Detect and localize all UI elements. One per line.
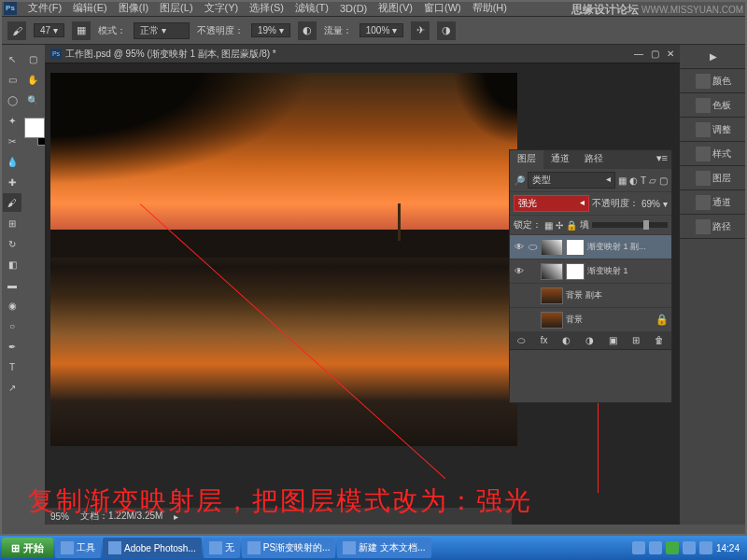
pressure-size-icon[interactable]: ◑ bbox=[437, 21, 456, 40]
brush-tool-icon[interactable]: 🖌 bbox=[7, 21, 26, 40]
link-icon[interactable]: ⬭ bbox=[529, 241, 538, 253]
gradient-tool-icon[interactable]: ▬ bbox=[3, 275, 21, 294]
channels-panel-button[interactable]: 通道 bbox=[680, 190, 747, 215]
color-panel-button[interactable]: 颜色 bbox=[680, 69, 747, 93]
delete-layer-icon[interactable]: 🗑 bbox=[655, 335, 664, 346]
blend-mode-dropdown[interactable]: 强光◂ bbox=[514, 195, 589, 212]
minimize-doc-icon[interactable]: — bbox=[634, 49, 643, 59]
layer-item[interactable]: 👁 ⬭ 渐变映射 1 副... bbox=[510, 235, 671, 259]
lock-all-icon[interactable]: 🔒 bbox=[566, 220, 577, 231]
playback-icon[interactable]: ▶ bbox=[680, 45, 747, 69]
menu-help[interactable]: 帮助(H) bbox=[467, 0, 513, 17]
mask-thumbnail[interactable] bbox=[566, 239, 585, 256]
menu-3d[interactable]: 3D(D) bbox=[334, 1, 373, 16]
network-icon[interactable] bbox=[699, 541, 712, 554]
group-icon[interactable]: ▣ bbox=[609, 335, 617, 346]
menu-layer[interactable]: 图层(L) bbox=[154, 0, 198, 17]
layer-name[interactable]: 背景 bbox=[566, 314, 653, 326]
path-tool-icon[interactable]: ↗ bbox=[3, 378, 21, 397]
layer-item[interactable]: 背景 副本 bbox=[510, 284, 671, 308]
blur-tool-icon[interactable]: ◉ bbox=[3, 296, 21, 315]
layer-thumbnail[interactable] bbox=[541, 263, 563, 280]
adjustment-icon[interactable]: ◑ bbox=[585, 335, 594, 346]
eyedropper-tool-icon[interactable]: 💧 bbox=[3, 152, 21, 171]
menu-type[interactable]: 文字(Y) bbox=[199, 0, 245, 17]
shape-tool-icon[interactable]: ▢ bbox=[23, 49, 42, 68]
canvas-image[interactable] bbox=[50, 73, 517, 446]
styles-panel-button[interactable]: 样式 bbox=[680, 142, 747, 166]
layer-thumbnail[interactable] bbox=[541, 287, 563, 304]
filter-smart-icon[interactable]: ▢ bbox=[659, 175, 668, 186]
tab-paths[interactable]: 路径 bbox=[577, 150, 611, 169]
stamp-tool-icon[interactable]: ⊞ bbox=[3, 214, 21, 232]
heal-tool-icon[interactable]: ✚ bbox=[3, 173, 21, 191]
menu-select[interactable]: 选择(S) bbox=[244, 0, 289, 17]
flow-value[interactable]: 100% ▾ bbox=[359, 23, 403, 37]
lasso-tool-icon[interactable]: ◯ bbox=[3, 91, 21, 109]
filter-pixel-icon[interactable]: ▦ bbox=[618, 175, 627, 186]
layer-name[interactable]: 渐变映射 1 副... bbox=[587, 241, 669, 253]
airbrush-icon[interactable]: ✈ bbox=[411, 21, 430, 40]
layer-thumbnail[interactable] bbox=[541, 312, 563, 329]
menu-filter[interactable]: 滤镜(T) bbox=[289, 0, 334, 17]
layer-name[interactable]: 渐变映射 1 bbox=[587, 265, 669, 277]
blend-mode-select[interactable]: 正常 ▾ bbox=[134, 22, 190, 39]
filter-type-select[interactable]: 类型◂ bbox=[528, 172, 615, 189]
tray-icon[interactable] bbox=[666, 541, 679, 554]
filter-adjust-icon[interactable]: ◐ bbox=[629, 175, 638, 186]
brush-size[interactable]: 47 ▾ bbox=[34, 23, 64, 37]
link-layers-icon[interactable]: ⬭ bbox=[517, 335, 526, 346]
mask-thumbnail[interactable] bbox=[566, 263, 585, 280]
visibility-toggle-icon[interactable]: 👁 bbox=[513, 266, 526, 276]
hand-tool-icon[interactable]: ✋ bbox=[23, 70, 42, 89]
brush-panel-icon[interactable]: ▦ bbox=[72, 21, 91, 40]
start-button[interactable]: ⊞开始 bbox=[2, 538, 53, 558]
tray-icon[interactable] bbox=[632, 541, 645, 554]
wand-tool-icon[interactable]: ✦ bbox=[3, 111, 21, 130]
search-icon[interactable]: 🔎 bbox=[514, 175, 525, 186]
tray-icon[interactable] bbox=[649, 541, 662, 554]
tab-channels[interactable]: 通道 bbox=[543, 150, 577, 169]
layer-item[interactable]: 👁 渐变映射 1 bbox=[510, 259, 671, 284]
menu-image[interactable]: 图像(I) bbox=[113, 0, 154, 17]
menu-view[interactable]: 视图(V) bbox=[373, 0, 418, 17]
history-brush-icon[interactable]: ↻ bbox=[3, 234, 21, 253]
lock-pixels-icon[interactable]: ▦ bbox=[544, 220, 553, 231]
tab-layers[interactable]: 图层 bbox=[510, 150, 543, 169]
adjust-panel-button[interactable]: 调整 bbox=[680, 118, 747, 142]
menu-edit[interactable]: 编辑(E) bbox=[67, 0, 113, 17]
eraser-tool-icon[interactable]: ◧ bbox=[3, 255, 21, 273]
taskbar-item[interactable]: PS渐变映射的... bbox=[242, 538, 336, 558]
filter-type-icon[interactable]: T bbox=[641, 175, 646, 186]
lock-position-icon[interactable]: ✢ bbox=[556, 220, 563, 231]
fg-color-swatch[interactable] bbox=[24, 118, 45, 138]
opacity-value[interactable]: 19% ▾ bbox=[251, 23, 290, 37]
volume-icon[interactable] bbox=[683, 541, 696, 554]
clock[interactable]: 14:24 bbox=[716, 543, 740, 553]
taskbar-item[interactable]: Adobe Photosh... bbox=[103, 538, 202, 558]
brush-tool-icon[interactable]: 🖌 bbox=[3, 193, 21, 212]
menu-file[interactable]: 文件(F) bbox=[22, 0, 67, 17]
type-tool-icon[interactable]: T bbox=[3, 357, 21, 376]
document-tab[interactable]: Ps 工作图.psd @ 95% (渐变映射 1 副本, 图层蒙版/8) * —… bbox=[45, 45, 680, 63]
panel-menu-icon[interactable]: ▾≡ bbox=[653, 150, 671, 169]
layer-item[interactable]: 背景 🔒 bbox=[510, 308, 671, 332]
new-layer-icon[interactable]: ⊞ bbox=[632, 335, 640, 346]
taskbar-item[interactable]: 工具 bbox=[55, 538, 101, 558]
pen-tool-icon[interactable]: ✒ bbox=[3, 337, 21, 356]
filter-shape-icon[interactable]: ▱ bbox=[649, 175, 656, 186]
layer-name[interactable]: 背景 副本 bbox=[566, 289, 669, 301]
marquee-tool-icon[interactable]: ▭ bbox=[3, 70, 21, 89]
fill-slider[interactable] bbox=[592, 222, 668, 228]
layer-opacity-value[interactable]: 69% bbox=[641, 199, 660, 209]
menu-window[interactable]: 窗口(W) bbox=[418, 0, 467, 17]
zoom-tool-icon[interactable]: 🔍 bbox=[23, 91, 42, 109]
swatches-panel-button[interactable]: 色板 bbox=[680, 93, 747, 118]
fx-icon[interactable]: fx bbox=[541, 335, 548, 346]
maximize-doc-icon[interactable]: ▢ bbox=[651, 49, 659, 59]
taskbar-item[interactable]: 新建 文本文档... bbox=[337, 538, 430, 558]
paths-panel-button[interactable]: 路径 bbox=[680, 215, 747, 239]
layers-panel-button[interactable]: 图层 bbox=[680, 166, 747, 190]
crop-tool-icon[interactable]: ✂ bbox=[3, 132, 21, 150]
dodge-tool-icon[interactable]: ○ bbox=[3, 316, 21, 335]
